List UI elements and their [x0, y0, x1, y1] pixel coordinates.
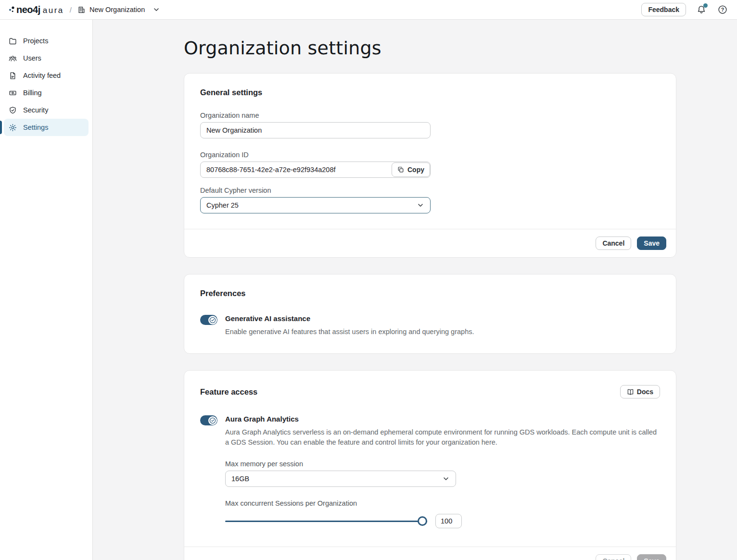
org-name-input[interactable] [200, 122, 431, 138]
toggle-knob [208, 416, 217, 425]
generative-ai-toggle[interactable] [200, 315, 217, 325]
generative-ai-label: Generative AI assistance [225, 314, 474, 323]
gear-icon [9, 124, 17, 132]
breadcrumb-separator: / [70, 6, 72, 14]
building-icon [77, 6, 86, 14]
chevron-down-icon [152, 6, 160, 13]
feature-save-button[interactable]: Save [637, 554, 666, 560]
docs-button[interactable]: Docs [620, 385, 660, 398]
toggle-knob [208, 316, 217, 324]
banknote-icon [9, 89, 17, 97]
aura-graph-analytics-toggle[interactable] [200, 415, 217, 425]
cypher-version-select[interactable]: Cypher 25 [200, 197, 431, 213]
sidebar-item-activity-feed[interactable]: Activity feed [4, 67, 89, 84]
org-switcher-label: New Organization [89, 6, 145, 13]
page-title: Organization settings [184, 37, 737, 59]
users-icon [9, 54, 17, 62]
copy-button[interactable]: Copy [392, 162, 430, 177]
sidebar-item-settings[interactable]: Settings [4, 119, 89, 136]
org-id-label: Organization ID [200, 151, 660, 159]
max-sessions-slider[interactable] [225, 516, 427, 526]
general-save-button[interactable]: Save [637, 236, 666, 250]
folder-icon [9, 37, 17, 45]
docs-button-label: Docs [637, 388, 653, 396]
help-button[interactable]: ? [717, 4, 728, 15]
preferences-heading: Preferences [200, 289, 660, 298]
max-memory-select[interactable]: 16GB [225, 471, 456, 487]
help-icon: ? [718, 5, 727, 14]
slider-handle[interactable] [418, 516, 427, 526]
feature-cancel-button[interactable]: Cancel [596, 554, 631, 560]
general-settings-heading: General settings [200, 88, 660, 97]
max-memory-label: Max memory per session [225, 460, 660, 468]
sidebar-item-users[interactable]: Users [4, 50, 89, 67]
shield-check-icon [9, 106, 17, 114]
sidebar-item-label: Settings [23, 124, 48, 131]
max-memory-value: 16GB [231, 475, 249, 483]
cypher-version-value: Cypher 25 [206, 201, 239, 209]
active-indicator [0, 121, 2, 134]
document-icon [9, 72, 17, 80]
brand-text: neo4j [16, 4, 40, 15]
sidebar-item-label: Billing [23, 89, 42, 97]
copy-icon [397, 166, 404, 173]
general-settings-card: General settings Organization name Organ… [184, 73, 676, 258]
neo4j-aura-logo[interactable]: neo4j aura [9, 4, 64, 15]
max-sessions-input[interactable] [435, 514, 462, 528]
feature-access-heading: Feature access [200, 387, 257, 397]
book-icon [627, 388, 634, 396]
sidebar-item-projects[interactable]: Projects [4, 32, 89, 50]
sidebar-item-label: Users [23, 54, 41, 62]
sidebar-item-label: Projects [23, 37, 48, 45]
aura-graph-analytics-label: Aura Graph Analytics [225, 415, 660, 423]
generative-ai-description: Enable generative AI features that assis… [225, 327, 474, 337]
feedback-button[interactable]: Feedback [641, 3, 686, 16]
aura-graph-analytics-description: Aura Graph Analytics serverless is an on… [225, 427, 660, 448]
sidebar-item-billing[interactable]: Billing [4, 84, 89, 101]
slider-track [225, 521, 427, 522]
check-circle-icon [209, 317, 216, 324]
sidebar-item-label: Activity feed [23, 72, 61, 79]
chevron-down-icon [417, 201, 424, 209]
chevron-down-icon [442, 475, 450, 483]
copy-button-label: Copy [407, 166, 424, 174]
org-name-label: Organization name [200, 112, 660, 119]
feature-access-card: Feature access Docs [184, 370, 676, 560]
sidebar: Projects Users Activity feed [0, 20, 93, 560]
top-bar: neo4j aura / New Organization Feedback [0, 0, 737, 20]
sidebar-item-label: Security [23, 106, 48, 114]
org-switcher[interactable]: New Organization [77, 6, 160, 14]
max-sessions-label: Max concurrent Sessions per Organization [225, 499, 660, 507]
notifications-button[interactable] [696, 4, 707, 15]
check-circle-icon [209, 417, 216, 424]
sidebar-item-security[interactable]: Security [4, 101, 89, 119]
svg-text:?: ? [721, 7, 724, 12]
cypher-version-label: Default Cypher version [200, 187, 660, 194]
preferences-card: Preferences Generative AI assistance [184, 274, 676, 354]
logo-dots-icon [9, 5, 15, 13]
notification-dot [703, 3, 708, 8]
general-cancel-button[interactable]: Cancel [596, 236, 631, 250]
main-content: Organization settings General settings O… [93, 20, 737, 560]
product-text: aura [43, 6, 64, 15]
